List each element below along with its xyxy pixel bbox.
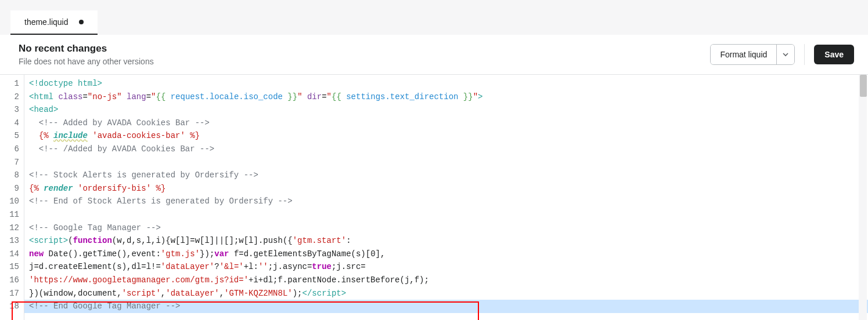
code-line[interactable]	[24, 156, 868, 169]
line-number: 11	[0, 208, 24, 221]
code-line[interactable]: j=d.createElement(s),dl=l!='dataLayer'?'…	[24, 260, 868, 274]
editor-scroll[interactable]: 123456789101112131415161718 <!doctype ht…	[0, 75, 868, 320]
code-line[interactable]: new Date().getTime(),event:'gtm.js'});va…	[24, 248, 868, 261]
scrollbar-thumb[interactable]	[860, 75, 867, 97]
unsaved-dot-icon	[79, 20, 84, 24]
code-line[interactable]: 'https://www.googletagmanager.com/gtm.js…	[24, 274, 868, 287]
scrollbar-track[interactable]	[859, 75, 867, 320]
code-line[interactable]: <script>(function(w,d,s,l,i){w[l]=w[l]||…	[24, 234, 868, 248]
code-line[interactable]: {% render 'ordersify-bis' %}	[24, 182, 868, 195]
header-title: No recent changes	[19, 43, 154, 54]
format-button-group: Format liquid	[710, 44, 795, 65]
header-right: Format liquid Save	[710, 44, 854, 65]
line-number: 6	[0, 143, 24, 156]
line-number: 5	[0, 129, 24, 143]
code-line[interactable]: {% include 'avada-cookies-bar' %}	[24, 129, 868, 143]
code-line[interactable]: <!-- End Google Tag Manager -->	[24, 300, 868, 313]
tabs-bar: theme.liquid	[0, 0, 868, 35]
editor-container: theme.liquid No recent changes File does…	[0, 0, 868, 320]
line-number: 18	[0, 300, 24, 313]
line-number: 9	[0, 182, 24, 195]
line-number-gutter: 123456789101112131415161718	[0, 75, 24, 320]
code-line[interactable]: <head>	[24, 103, 868, 117]
line-number: 7	[0, 156, 24, 169]
line-number: 15	[0, 260, 24, 274]
code-line[interactable]: <!-- End of Stock Alerts is generated by…	[24, 195, 868, 208]
line-number: 12	[0, 221, 24, 235]
format-liquid-button[interactable]: Format liquid	[711, 45, 776, 64]
tab-theme-liquid[interactable]: theme.liquid	[10, 10, 98, 35]
save-button[interactable]: Save	[814, 45, 854, 64]
header-bar: No recent changes File does not have any…	[0, 35, 868, 75]
code-line[interactable]: <html class="no-js" lang="{{ request.loc…	[24, 90, 868, 104]
code-line[interactable]: })(window,document,'script','dataLayer',…	[24, 287, 868, 300]
code-content[interactable]: <!doctype html><html class="no-js" lang=…	[24, 75, 868, 320]
line-number: 16	[0, 274, 24, 287]
line-number: 4	[0, 117, 24, 130]
code-line[interactable]	[24, 208, 868, 221]
editor-area: 123456789101112131415161718 <!doctype ht…	[0, 75, 868, 320]
line-number: 13	[0, 234, 24, 248]
code-line[interactable]: <!-- Stock Alerts is generated by Orders…	[24, 169, 868, 182]
line-number: 8	[0, 169, 24, 182]
code-line[interactable]: <!-- /Added by AVADA Cookies Bar -->	[24, 143, 868, 156]
line-number: 14	[0, 248, 24, 261]
line-number: 2	[0, 90, 24, 104]
vertical-divider	[804, 44, 805, 65]
chevron-down-icon	[783, 52, 788, 57]
header-left: No recent changes File does not have any…	[19, 43, 154, 66]
line-number: 17	[0, 287, 24, 300]
format-dropdown-button[interactable]	[776, 45, 794, 64]
header-subtitle: File does not have any other versions	[19, 57, 154, 66]
line-number: 1	[0, 77, 24, 90]
code-line[interactable]: <!doctype html>	[24, 77, 868, 90]
line-number: 3	[0, 103, 24, 117]
line-number: 10	[0, 195, 24, 208]
tab-filename: theme.liquid	[24, 17, 69, 27]
code-line[interactable]: <!-- Google Tag Manager -->	[24, 221, 868, 235]
code-line[interactable]: <!-- Added by AVADA Cookies Bar -->	[24, 117, 868, 130]
